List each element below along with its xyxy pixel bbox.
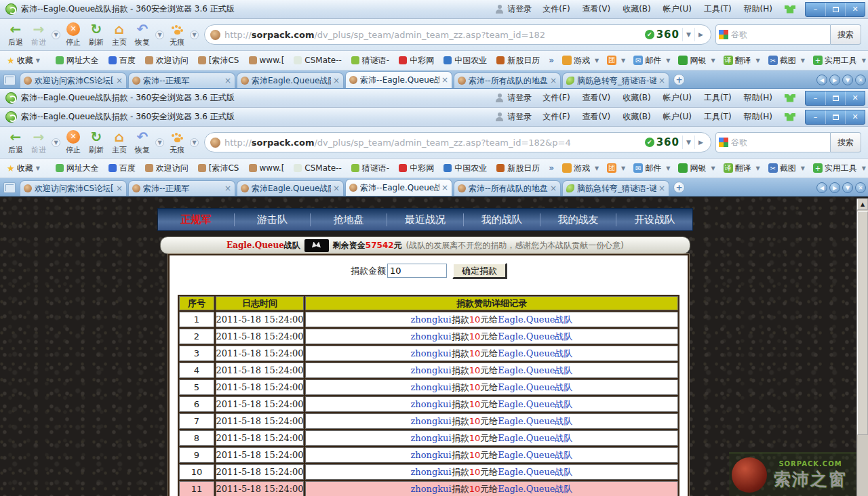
- confirm-donate-button[interactable]: 确定捐款: [452, 263, 507, 278]
- restore-window-button[interactable]: [825, 3, 845, 16]
- scroll-tabs-right-icon[interactable]: ▶: [829, 75, 840, 85]
- home-button[interactable]: ⌂ 主页: [108, 127, 131, 157]
- history-dropdown-icon[interactable]: ▼: [52, 138, 60, 147]
- login-link[interactable]: 请登录: [507, 90, 536, 106]
- scroll-tabs-right-icon[interactable]: ▶: [829, 182, 840, 193]
- history-dropdown-icon[interactable]: ▼: [52, 30, 60, 39]
- bookmark-item[interactable]: 猜谜语-: [347, 54, 394, 68]
- menu-account[interactable]: 帐户(U): [658, 1, 697, 17]
- url-dropdown-icon[interactable]: ▼: [682, 28, 694, 41]
- skin-shirt-icon[interactable]: [785, 113, 795, 121]
- bookmark-item[interactable]: 网址大全: [51, 54, 104, 68]
- scrollbar-thumb[interactable]: [857, 211, 868, 435]
- menu-tools[interactable]: 工具(T): [698, 109, 737, 125]
- bookmark-item[interactable]: 猜谜语-: [347, 161, 394, 175]
- forward-button[interactable]: → 前进: [27, 127, 50, 157]
- refresh-button[interactable]: ↻ 刷新: [85, 127, 108, 157]
- menu-favorites[interactable]: 收藏(B): [617, 1, 656, 17]
- tab-close-icon[interactable]: ×: [333, 76, 340, 85]
- restore-session-button[interactable]: ↶ 恢复: [131, 20, 154, 49]
- toolbar-tool-gamepad-icon[interactable]: 游戏▼: [558, 161, 603, 175]
- tab-close-icon[interactable]: ×: [333, 184, 340, 193]
- bookmark-item[interactable]: 中国农业: [439, 54, 492, 68]
- minimize-button[interactable]: –: [806, 3, 825, 16]
- tab-close-icon[interactable]: ×: [658, 76, 665, 85]
- tab-list-dropdown-icon[interactable]: ▼: [842, 75, 853, 85]
- stop-button[interactable]: ✕ 停止: [62, 127, 85, 157]
- toolbar-tool-translate-icon[interactable]: 译翻译▼: [719, 54, 764, 68]
- minimize-button[interactable]: –: [806, 110, 825, 124]
- tab-5[interactable]: 索沛--所有战队的地盘×: [454, 180, 561, 196]
- bookmark-item[interactable]: 中彩网: [394, 54, 439, 68]
- close-button[interactable]: ✕: [845, 91, 865, 105]
- back-button[interactable]: ← 后退: [4, 127, 27, 157]
- bookmark-item[interactable]: [索沛CS: [193, 54, 244, 68]
- toolbar-tool-mail-icon[interactable]: ✉邮件▼: [629, 54, 674, 68]
- close-button[interactable]: ✕: [845, 3, 865, 16]
- search-input[interactable]: [731, 30, 812, 39]
- bookmark-item[interactable]: 新股日历: [492, 161, 545, 175]
- favorites-button[interactable]: ★ 收藏 ▼: [4, 161, 43, 175]
- bookmark-item[interactable]: www.[: [244, 54, 290, 66]
- tab-close-icon[interactable]: ×: [441, 183, 448, 192]
- search-button[interactable]: 搜索: [831, 24, 861, 45]
- tab-2[interactable]: 索沛--正规军×: [128, 180, 235, 196]
- menu-account[interactable]: 帐户(U): [658, 109, 697, 125]
- bookmark-item[interactable]: 欢迎访问: [140, 161, 193, 175]
- login-link[interactable]: 请登录: [507, 1, 536, 17]
- restore-session-button[interactable]: ↶ 恢复: [131, 127, 154, 157]
- tab-close-icon[interactable]: ×: [441, 75, 448, 85]
- incognito-button[interactable]: 无痕: [165, 20, 189, 49]
- toolbar-tool-translate-icon[interactable]: 译翻译▼: [719, 161, 764, 175]
- menu-favorites[interactable]: 收藏(B): [617, 109, 656, 125]
- refresh-button[interactable]: ↻ 刷新: [85, 20, 108, 49]
- menu-favorites[interactable]: 收藏(B): [617, 90, 656, 106]
- tab-6[interactable]: 脑筋急转弯_猜谜语-谜...×: [562, 180, 669, 196]
- close-tab-icon[interactable]: ✕: [855, 75, 866, 85]
- address-bar[interactable]: http://sorpack.com/dv_plus/sp_team/admin…: [204, 132, 711, 152]
- bookmarks-overflow-button[interactable]: »: [545, 56, 558, 65]
- go-button-icon[interactable]: ▶: [694, 28, 707, 41]
- tile-windows-icon[interactable]: [3, 182, 16, 193]
- bookmark-item[interactable]: www.[: [244, 162, 290, 174]
- restore-dropdown-icon[interactable]: ▼: [155, 138, 164, 147]
- nav-item-7[interactable]: 开设战队: [616, 213, 692, 226]
- bookmark-item[interactable]: 网址大全: [51, 161, 104, 175]
- menu-help[interactable]: 帮助(H): [738, 1, 778, 17]
- search-input[interactable]: [731, 138, 812, 147]
- toolbar-tool-mail-icon[interactable]: ✉邮件▼: [629, 161, 674, 175]
- restore-window-button[interactable]: [825, 91, 845, 105]
- bookmark-item[interactable]: 百度: [104, 161, 140, 175]
- tab-6[interactable]: 脑筋急转弯_猜谜语-谜...×: [562, 73, 669, 88]
- menu-file[interactable]: 文件(F): [537, 109, 575, 125]
- scroll-tabs-left-icon[interactable]: ◀: [816, 182, 827, 193]
- nav-item-5[interactable]: 我的战队: [464, 213, 540, 226]
- tab-3[interactable]: 索沛Eagle.Queue战队...×: [237, 180, 344, 196]
- tab-1[interactable]: 欢迎访问索沛CS论坛[...×: [20, 180, 127, 196]
- tab-list-dropdown-icon[interactable]: ▼: [842, 182, 853, 193]
- tab-close-icon[interactable]: ×: [550, 184, 557, 193]
- home-button[interactable]: ⌂ 主页: [108, 20, 131, 49]
- address-bar[interactable]: http://sorpack.com/dv_plus/sp_team/admin…: [204, 24, 711, 45]
- minimize-button[interactable]: –: [806, 91, 825, 105]
- toolbar-tool-bank-globe-icon[interactable]: 网银▼: [674, 54, 719, 68]
- close-button[interactable]: ✕: [845, 110, 865, 124]
- bookmark-item[interactable]: 中彩网: [394, 161, 439, 175]
- page-scrollbar[interactable]: ▲: [856, 199, 868, 496]
- new-tab-button[interactable]: +: [673, 182, 685, 193]
- search-box[interactable]: [715, 132, 831, 152]
- nav-item-2[interactable]: 游击队: [235, 213, 311, 226]
- search-box[interactable]: [715, 24, 831, 45]
- toolbar-tool-tools-plus-icon[interactable]: +实用工具▼: [809, 161, 868, 175]
- url-text[interactable]: http://sorpack.com/dv_plus/sp_team/admin…: [224, 30, 642, 40]
- toolbar-tool-bank-globe-icon[interactable]: 网银▼: [674, 161, 719, 175]
- bookmark-item[interactable]: CSMate--: [289, 54, 346, 66]
- restore-dropdown-icon[interactable]: ▼: [155, 30, 164, 39]
- skin-shirt-icon[interactable]: [785, 94, 795, 102]
- search-button[interactable]: 搜索: [831, 132, 861, 152]
- go-button-icon[interactable]: ▶: [694, 136, 707, 149]
- tab-close-icon[interactable]: ×: [116, 184, 123, 193]
- incognito-dropdown-icon[interactable]: ▼: [190, 30, 199, 39]
- restore-window-button[interactable]: [825, 110, 845, 124]
- incognito-dropdown-icon[interactable]: ▼: [190, 138, 199, 147]
